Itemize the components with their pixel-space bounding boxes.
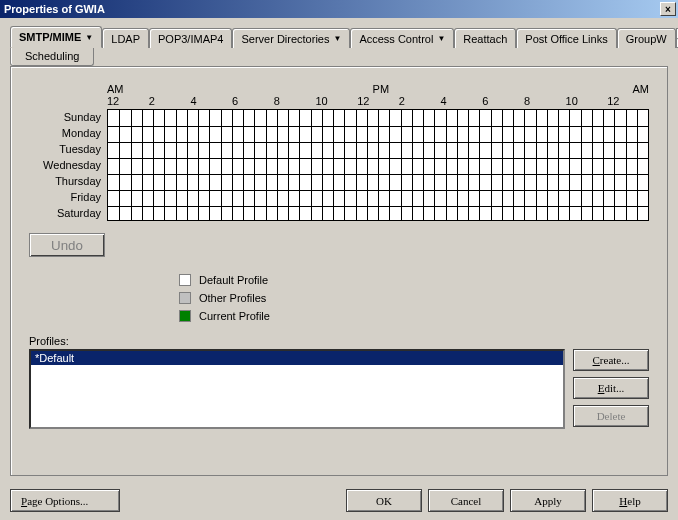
day-label: Saturday [29, 205, 101, 221]
tab-pop3-imap4[interactable]: POP3/IMAP4 [149, 28, 232, 48]
close-button[interactable]: × [660, 2, 676, 16]
day-label: Wednesday [29, 157, 101, 173]
swatch-other-icon [179, 292, 191, 304]
schedule-grid[interactable] [107, 109, 649, 221]
create-button[interactable]: Create... [573, 349, 649, 371]
tab-post-office-links[interactable]: Post Office Links [516, 28, 616, 48]
tab-groupwise[interactable]: GroupW [617, 28, 676, 48]
tab-label: LDAP [111, 33, 140, 45]
tab-label: Post Office Links [525, 33, 607, 45]
chevron-down-icon: ▼ [437, 34, 445, 43]
am-label: AM [633, 83, 650, 95]
undo-button: Undo [29, 233, 105, 257]
day-label: Tuesday [29, 141, 101, 157]
legend-label: Default Profile [199, 274, 268, 286]
legend-label: Other Profiles [199, 292, 266, 304]
sub-tab-row: Scheduling [10, 47, 668, 66]
close-icon: × [665, 4, 671, 15]
tab-label: GroupW [626, 33, 667, 45]
day-label: Friday [29, 189, 101, 205]
tab-reattach[interactable]: Reattach [454, 28, 516, 48]
window-title: Properties of GWIA [4, 3, 660, 15]
swatch-current-icon [179, 310, 191, 322]
sub-tab-label: Scheduling [25, 50, 79, 62]
pm-label: PM [373, 83, 390, 95]
page-options-button[interactable]: Page Options... [10, 489, 120, 512]
profiles-label: Profiles: [29, 335, 649, 347]
tab-server-directories[interactable]: Server Directories ▼ [232, 28, 350, 48]
day-label: Sunday [29, 109, 101, 125]
apply-button[interactable]: Apply [510, 489, 586, 512]
tab-label: Server Directories [241, 33, 329, 45]
am-label: AM [107, 83, 124, 95]
tab-access-control[interactable]: Access Control ▼ [350, 28, 454, 48]
schedule-area: Sunday Monday Tuesday Wednesday Thursday… [29, 83, 649, 221]
cancel-button[interactable]: Cancel [428, 489, 504, 512]
tab-label: Reattach [463, 33, 507, 45]
tab-label: SMTP/MIME [19, 31, 81, 43]
panel-scheduling: Sunday Monday Tuesday Wednesday Thursday… [10, 66, 668, 476]
grid-header: AM PM AM 122468101224681012 [107, 83, 649, 109]
tab-label: Access Control [359, 33, 433, 45]
chevron-down-icon: ▼ [333, 34, 341, 43]
tab-smtp-mime[interactable]: SMTP/MIME ▼ [10, 26, 102, 48]
swatch-default-icon [179, 274, 191, 286]
legend-label: Current Profile [199, 310, 270, 322]
title-bar: Properties of GWIA × [0, 0, 678, 18]
bottom-bar: Page Options... OK Cancel Apply Help [10, 489, 668, 512]
tab-row: SMTP/MIME ▼ LDAP POP3/IMAP4 Server Direc… [10, 26, 668, 48]
chevron-down-icon: ▼ [85, 33, 93, 42]
sub-tab-scheduling[interactable]: Scheduling [10, 47, 94, 66]
hour-numbers: 122468101224681012 [107, 95, 649, 107]
delete-button: Delete [573, 405, 649, 427]
edit-button[interactable]: Edit... [573, 377, 649, 399]
tab-label: POP3/IMAP4 [158, 33, 223, 45]
list-item[interactable]: *Default [31, 351, 563, 365]
profiles-listbox[interactable]: *Default [29, 349, 565, 429]
day-labels: Sunday Monday Tuesday Wednesday Thursday… [29, 83, 101, 221]
day-label: Thursday [29, 173, 101, 189]
day-label: Monday [29, 125, 101, 141]
ok-button[interactable]: OK [346, 489, 422, 512]
tab-ldap[interactable]: LDAP [102, 28, 149, 48]
help-button[interactable]: Help [592, 489, 668, 512]
legend: Default Profile Other Profiles Current P… [179, 271, 649, 325]
